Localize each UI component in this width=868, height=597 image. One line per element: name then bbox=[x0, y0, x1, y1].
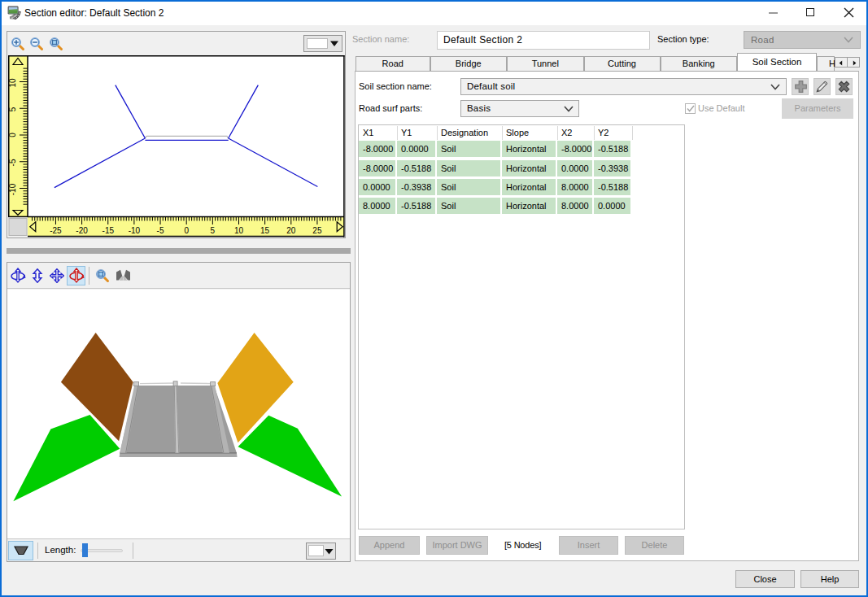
svg-text:10: 10 bbox=[234, 226, 244, 235]
svg-text:25: 25 bbox=[312, 226, 322, 235]
svg-text:-25: -25 bbox=[50, 226, 62, 235]
svg-text:0: 0 bbox=[184, 226, 189, 235]
svg-text:0: 0 bbox=[8, 133, 17, 137]
svg-text:5: 5 bbox=[8, 107, 17, 111]
svg-text:-10: -10 bbox=[8, 183, 17, 195]
svg-text:20: 20 bbox=[286, 226, 296, 235]
svg-text:5: 5 bbox=[211, 226, 216, 235]
svg-text:-15: -15 bbox=[103, 226, 115, 235]
svg-text:-10: -10 bbox=[129, 226, 141, 235]
svg-text:-5: -5 bbox=[8, 159, 17, 166]
svg-text:-5: -5 bbox=[157, 226, 164, 235]
svg-text:-20: -20 bbox=[76, 226, 88, 235]
svg-text:10: 10 bbox=[8, 78, 17, 88]
svg-text:15: 15 bbox=[260, 226, 270, 235]
